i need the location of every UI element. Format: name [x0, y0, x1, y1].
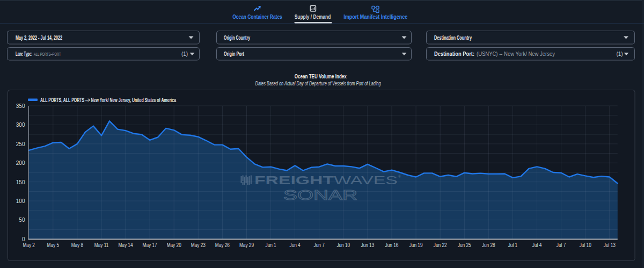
- svg-text:Destination Port:: Destination Port:: [434, 50, 474, 57]
- svg-text:Jul 10: Jul 10: [580, 242, 591, 248]
- svg-text:(1): (1): [616, 51, 623, 57]
- svg-text:250: 250: [16, 141, 25, 147]
- svg-text:May 20: May 20: [167, 242, 181, 248]
- svg-text:May 23: May 23: [191, 242, 206, 248]
- svg-text:300: 300: [16, 121, 25, 128]
- svg-text:Jun 1: Jun 1: [266, 242, 276, 248]
- svg-text:50: 50: [19, 216, 25, 223]
- svg-text:Jun 19: Jun 19: [409, 242, 423, 248]
- svg-text:®: ®: [398, 175, 401, 178]
- svg-text:100: 100: [16, 198, 25, 204]
- svg-text:Jul 1: Jul 1: [508, 242, 518, 248]
- svg-text:May 2, 2022 - Jul 14, 2022: May 2, 2022 - Jul 14, 2022: [16, 34, 62, 41]
- svg-text:Jun 7: Jun 7: [314, 242, 325, 248]
- svg-text:May 17: May 17: [143, 242, 157, 248]
- svg-text:350: 350: [16, 103, 25, 109]
- svg-text:Origin Port: Origin Port: [224, 50, 244, 57]
- svg-text:Jun 25: Jun 25: [458, 242, 471, 248]
- svg-text:Ocean Container Rates: Ocean Container Rates: [232, 13, 282, 20]
- svg-text:Jul 4: Jul 4: [532, 242, 542, 248]
- svg-text:FREIGHT: FREIGHT: [254, 174, 334, 187]
- svg-text:Jul 13: Jul 13: [604, 242, 616, 248]
- svg-text:Dates Based on Actual Day of D: Dates Based on Actual Day of Departure o…: [255, 81, 381, 86]
- svg-text:Lane Type:: Lane Type:: [16, 50, 32, 57]
- svg-text:ALL PORTS, ALL PORTS --> New Y: ALL PORTS, ALL PORTS --> New York/ New J…: [40, 97, 176, 103]
- svg-text:Ocean TEU Volume Index: Ocean TEU Volume Index: [295, 73, 347, 79]
- svg-text:Origin Country: Origin Country: [224, 34, 251, 41]
- svg-text:May 2: May 2: [23, 242, 35, 248]
- svg-text:May 11: May 11: [94, 242, 109, 248]
- svg-text:200: 200: [16, 160, 25, 166]
- svg-text:May 14: May 14: [118, 242, 133, 248]
- svg-text:Jun 28: Jun 28: [482, 242, 495, 248]
- svg-text:Import Manifest Intelligence: Import Manifest Intelligence: [343, 13, 407, 20]
- svg-text:0: 0: [22, 236, 25, 242]
- svg-text:ALL PORTS–PORT: ALL PORTS–PORT: [34, 51, 61, 57]
- svg-text:May 5: May 5: [47, 242, 60, 248]
- svg-text:Jun 16: Jun 16: [385, 242, 399, 248]
- svg-text:(1): (1): [181, 51, 188, 57]
- svg-text:Jun 13: Jun 13: [361, 242, 375, 248]
- svg-text:May 26: May 26: [215, 242, 230, 248]
- svg-text:150: 150: [16, 179, 25, 185]
- svg-text:Jun 10: Jun 10: [336, 242, 350, 248]
- svg-text:Jul 7: Jul 7: [557, 242, 566, 248]
- svg-text:Destination Country: Destination Country: [434, 34, 472, 41]
- svg-text:Supply / Demand: Supply / Demand: [295, 13, 331, 20]
- svg-text:May 29: May 29: [239, 242, 254, 248]
- svg-text:May 8: May 8: [71, 242, 84, 248]
- svg-text:SONAR: SONAR: [283, 187, 357, 202]
- svg-text:Jun 22: Jun 22: [434, 242, 447, 248]
- svg-text:Jun 4: Jun 4: [290, 242, 301, 248]
- svg-text:(USNYC) -- New York/ New Jerse: (USNYC) -- New York/ New Jersey: [477, 51, 555, 57]
